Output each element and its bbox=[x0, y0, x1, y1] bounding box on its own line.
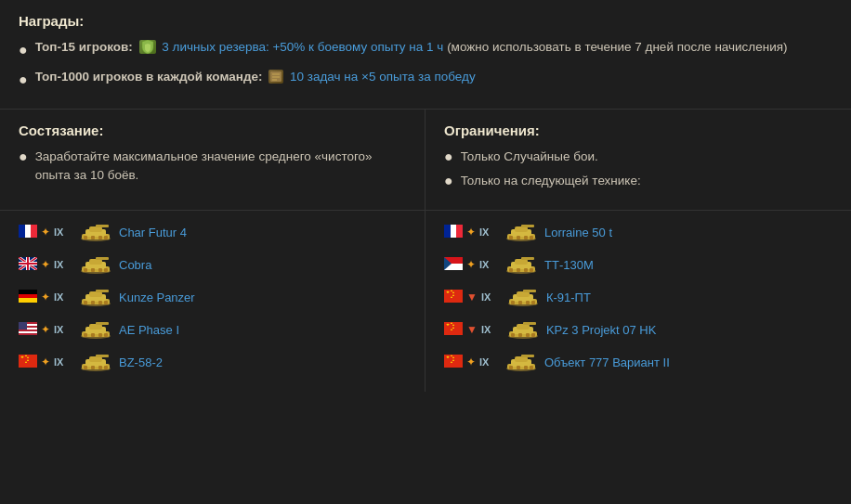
tank-name[interactable]: Cobra bbox=[119, 258, 151, 272]
tank-premium-icon: ✦ bbox=[41, 226, 50, 239]
tank-row: ✦ IX ТТ-130М bbox=[444, 252, 832, 278]
tank-row: ✦ IX AE Phase I bbox=[19, 317, 406, 342]
tank-name[interactable]: Char Futur 4 bbox=[119, 226, 187, 239]
svg-rect-127 bbox=[526, 333, 530, 337]
svg-rect-42 bbox=[84, 301, 87, 304]
svg-rect-96 bbox=[517, 268, 520, 272]
svg-rect-41 bbox=[96, 290, 109, 292]
svg-rect-83 bbox=[509, 236, 513, 239]
tank-flag bbox=[444, 355, 463, 370]
competition-bullet: ● bbox=[19, 149, 28, 165]
tank-silhouette-icon bbox=[78, 252, 113, 278]
tank-premium-icon: ✦ bbox=[41, 258, 50, 271]
svg-rect-84 bbox=[517, 236, 520, 239]
restrictions-col: Ограничения: ● Только Случайные бои. ● Т… bbox=[426, 110, 851, 210]
svg-rect-14 bbox=[98, 236, 102, 239]
tank-tier-badge: IX bbox=[479, 259, 500, 270]
tank-name[interactable]: ТТ-130М bbox=[544, 258, 594, 272]
tanks-section: ✦ IX Char Futur 4 ✦ IX Cobra ✦ IX bbox=[0, 211, 851, 392]
svg-rect-71 bbox=[84, 366, 87, 369]
svg-rect-112 bbox=[526, 301, 530, 304]
restriction-text-2: Только на следующей технике: bbox=[461, 172, 641, 190]
tank-flag bbox=[444, 225, 463, 240]
svg-rect-141 bbox=[517, 366, 520, 369]
reward-item-top15: ● Топ-15 игроков: 3 личных резерва: +50%… bbox=[19, 38, 832, 61]
tank-flag bbox=[444, 322, 463, 338]
svg-rect-12 bbox=[84, 236, 87, 239]
restriction-bullet-2: ● bbox=[444, 173, 453, 189]
tank-tier-badge: IX bbox=[479, 226, 500, 238]
tank-name[interactable]: KPz 3 Projekt 07 HK bbox=[546, 323, 657, 337]
tank-row: ✦ IX Char Futur 4 bbox=[19, 220, 406, 245]
svg-rect-143 bbox=[530, 366, 533, 369]
svg-rect-109 bbox=[523, 290, 536, 292]
svg-rect-29 bbox=[96, 257, 109, 260]
restriction-item-2: ● Только на следующей технике: bbox=[444, 172, 832, 190]
tank-premium-icon: ✦ bbox=[466, 258, 476, 271]
svg-rect-34 bbox=[19, 290, 37, 294]
reward-suffix-top15: (можно использовать в течение 7 дней пос… bbox=[447, 40, 787, 54]
tank-premium-icon: ✦ bbox=[41, 355, 50, 368]
tank-row: ✦ IX BZ-58-2 bbox=[19, 350, 406, 375]
reward-label-top15: Топ-15 игроков: bbox=[35, 40, 133, 54]
reward-text-top15: Топ-15 игроков: 3 личных резерва: +50% к… bbox=[35, 38, 788, 57]
tank-premium-icon: ▼ bbox=[466, 323, 478, 336]
svg-rect-139 bbox=[521, 355, 534, 357]
svg-rect-97 bbox=[524, 268, 528, 272]
tank-name[interactable]: Объект 777 Вариант II bbox=[544, 355, 670, 369]
tank-premium-icon: ▼ bbox=[466, 291, 478, 304]
tank-tier-badge: IX bbox=[481, 291, 502, 303]
svg-rect-76 bbox=[451, 225, 456, 238]
tank-name[interactable]: AE Phase I bbox=[119, 323, 179, 337]
tank-silhouette-icon bbox=[78, 317, 113, 342]
svg-rect-142 bbox=[524, 366, 528, 369]
tank-flag bbox=[19, 290, 37, 305]
reward-icon-tasks bbox=[268, 70, 283, 84]
svg-rect-124 bbox=[523, 322, 536, 325]
tank-tier-badge: IX bbox=[54, 356, 74, 368]
tank-flag bbox=[444, 257, 463, 273]
tank-silhouette-icon bbox=[78, 220, 113, 245]
svg-rect-58 bbox=[98, 333, 102, 337]
svg-rect-82 bbox=[521, 225, 534, 227]
restriction-bullet-1: ● bbox=[444, 149, 453, 165]
svg-rect-31 bbox=[91, 268, 95, 272]
tank-row: ✦ IX Kunze Panzer bbox=[19, 285, 406, 310]
rewards-title: Награды: bbox=[19, 13, 832, 29]
svg-rect-32 bbox=[98, 268, 102, 272]
svg-rect-5 bbox=[25, 225, 31, 238]
svg-rect-72 bbox=[91, 366, 95, 369]
tank-premium-icon: ✦ bbox=[466, 226, 476, 239]
tank-row: ✦ IX Cobra bbox=[19, 252, 406, 278]
tank-name[interactable]: Lorraine 50 t bbox=[544, 226, 612, 239]
svg-rect-57 bbox=[91, 333, 95, 337]
tank-silhouette-icon bbox=[504, 350, 539, 375]
tank-flag bbox=[19, 257, 37, 273]
svg-rect-6 bbox=[31, 225, 37, 238]
tank-name[interactable]: Kunze Panzer bbox=[119, 291, 195, 304]
tank-silhouette-icon bbox=[505, 285, 541, 310]
svg-rect-70 bbox=[96, 355, 109, 357]
tank-name[interactable]: BZ-58-2 bbox=[119, 355, 163, 369]
restrictions-title: Ограничения: bbox=[444, 123, 832, 138]
svg-rect-98 bbox=[530, 268, 533, 272]
tank-name[interactable]: К-91-ПТ bbox=[546, 291, 591, 304]
svg-rect-113 bbox=[531, 301, 535, 304]
bullet-1: ● bbox=[19, 39, 28, 61]
reward-highlight-top15: 3 личных резерва: +50% к боевому опыту н… bbox=[162, 40, 443, 54]
competition-text: Заработайте максимальное значение средне… bbox=[35, 148, 406, 186]
bullet-2: ● bbox=[19, 69, 28, 91]
svg-rect-85 bbox=[524, 236, 528, 239]
tank-flag bbox=[19, 355, 37, 370]
svg-rect-59 bbox=[104, 333, 108, 337]
tank-tier-badge: IX bbox=[54, 291, 74, 303]
reward-label-top1000: Топ-1000 игроков в каждой команде: bbox=[35, 70, 263, 84]
svg-rect-75 bbox=[444, 225, 451, 238]
tank-silhouette-icon bbox=[504, 220, 539, 245]
svg-rect-44 bbox=[98, 301, 102, 304]
svg-rect-77 bbox=[456, 225, 463, 238]
svg-rect-24 bbox=[19, 263, 37, 265]
svg-rect-110 bbox=[511, 301, 515, 304]
svg-rect-56 bbox=[84, 333, 87, 337]
reward-icon-shield bbox=[139, 40, 156, 54]
